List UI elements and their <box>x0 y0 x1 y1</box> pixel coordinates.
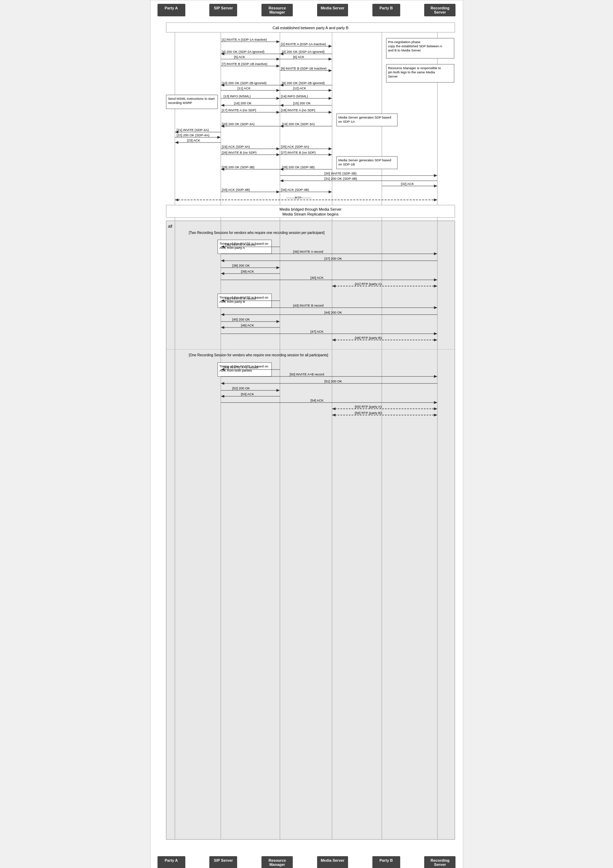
actor-party-b-bottom: Party B <box>372 856 400 868</box>
svg-marker-80 <box>280 179 283 182</box>
actor-media-server-top: Media Server <box>317 4 348 16</box>
svg-marker-84 <box>276 191 280 193</box>
ms-gen-a-note: Media Server generates SDP based <box>338 115 391 119</box>
msg-56: -[56] RTP (party B)- <box>354 411 383 415</box>
diagram-container: Party A SIP Server ResourceManager Media… <box>150 0 463 868</box>
msg-21: [21] INVITE (SDP-3A) <box>177 128 209 132</box>
msg-53: [53] ACK <box>241 392 254 396</box>
msg-6: [6] ACK <box>293 55 304 59</box>
actor-media-server-bottom: Media Server <box>317 856 348 868</box>
svg-marker-28 <box>329 69 332 72</box>
actor-party-a-top: Party A <box>158 4 185 16</box>
msg-11: [11] ACK <box>237 86 251 90</box>
svg-text:Server: Server <box>388 74 398 78</box>
msg-38: [38] 200 OK <box>232 264 250 267</box>
call-established-banner: Call established between party A and par… <box>272 26 348 30</box>
msg-13: [13] INFO (MSML) <box>223 94 251 98</box>
msg-18: [18] INVITE A (no SDP) <box>281 108 315 112</box>
one-session-label: [One Recording Session for vendors who r… <box>189 353 328 357</box>
msg-33: [33] ACK (SDP-4B) <box>222 188 250 192</box>
msg-34: [34] ACK (SDP-4B) <box>281 188 309 192</box>
msg-25: [25] ACK (SDP-4A) <box>281 145 309 149</box>
svg-marker-46 <box>221 104 224 107</box>
msg-35: [35] INVITE A record <box>225 243 256 246</box>
msg-24: [24] ACK (SDP-4A) <box>222 145 250 149</box>
msg-7: [7] INVITE B (SDP-1B inactive) <box>222 62 267 66</box>
svg-marker-78 <box>434 174 438 177</box>
actor-resource-manager-bottom: ResourceManager <box>261 856 293 868</box>
top-actors-row: Party A SIP Server ResourceManager Media… <box>154 4 459 16</box>
svg-marker-60 <box>217 136 221 139</box>
svg-marker-62 <box>175 141 178 144</box>
msg-45: [45] 200 OK <box>232 318 250 321</box>
svg-marker-21 <box>329 58 332 60</box>
svg-text:Media Stream Replication begin: Media Stream Replication begins <box>282 212 339 216</box>
msg-44: [44] 200 OK <box>324 310 342 314</box>
pre-neg-note: Pre-negotiation phase <box>388 40 421 44</box>
msg-17: [17] INVITE A (no SDP) <box>222 108 256 112</box>
msg-14: [14] INFO (MSML) <box>281 94 308 98</box>
actor-party-a-bottom: Party A <box>158 856 185 868</box>
svg-marker-19 <box>276 58 280 60</box>
media-bridged-banner: Media bridged through Media Server <box>279 207 341 211</box>
svg-marker-64 <box>276 147 280 150</box>
svg-marker-50 <box>329 111 332 114</box>
msg-27: [27] INVITE B (no SDP) <box>281 150 316 154</box>
msg-28: [28] 200 OK (SDP-3B) <box>282 165 315 169</box>
msg-55: -[55] RTP (party A)- <box>354 405 382 408</box>
msg-42: [42] INVITE B record <box>225 296 256 300</box>
actor-sip-server-top: SIP Server <box>210 4 237 16</box>
msg-43: [43] INVITE B record <box>293 304 324 307</box>
send-msml-note: Send MSML instructions to start <box>168 97 215 101</box>
msg-1: [1] INVITE A (SDP-1A inactive) <box>222 37 267 41</box>
sequence-diagram-svg: Call established between party A and par… <box>154 19 463 853</box>
svg-text:copy the established SDP betwe: copy the established SDP between A <box>388 44 442 48</box>
msg-3: [3] 200 OK (DSP-2A ignored) <box>282 50 325 54</box>
svg-marker-26 <box>276 65 280 67</box>
msg-10: [10] 200 OK (SDP-2B ignored) <box>222 81 266 85</box>
svg-marker-13 <box>329 45 332 48</box>
svg-marker-36 <box>329 89 332 92</box>
actor-recording-server-bottom: RecordingServer <box>424 856 455 868</box>
msg-36: [36] INVITE A record <box>293 250 323 253</box>
msg-12: [12] ACK <box>293 86 306 90</box>
msg-19: [19] 200 OK (SDP-3A) <box>282 122 315 126</box>
msg-47: [47] ACK <box>310 330 324 333</box>
msg-26: [26] INVITE B (no SDP) <box>222 150 257 154</box>
actor-party-b-top: Party B <box>372 4 400 16</box>
msg-31: [31] 200 OK (SDP-4B) <box>324 177 357 180</box>
alt-label: alt <box>168 224 172 229</box>
msg-29: [29] 200 OK (SDP-3B) <box>222 165 255 169</box>
msg-32: [32] ACK <box>401 182 414 186</box>
msg-51: [51] 200 OK <box>324 379 342 383</box>
svg-text:on SDP-1B: on SDP-1B <box>338 162 355 166</box>
actor-sip-server-bottom: SIP Server <box>210 856 237 868</box>
svg-text:pin both legs to the same Medi: pin both legs to the same Media <box>388 70 435 74</box>
msg-48: -[48] RTP (party B)- <box>354 336 383 339</box>
msg-37: [37] 200 OK <box>324 257 342 260</box>
msg-5: [5] ACK <box>234 55 245 59</box>
svg-marker-68 <box>276 153 280 156</box>
rm-responsible-note: Resource Manager is responsible to <box>388 66 441 70</box>
msg-54: [54] ACK <box>310 398 324 402</box>
msg-20: [20] 200 OK (SDP-3A) <box>222 122 255 126</box>
svg-marker-82 <box>434 184 438 188</box>
msg-39: [39] ACK <box>241 270 254 273</box>
svg-marker-11 <box>276 40 280 43</box>
svg-marker-86 <box>329 191 332 193</box>
svg-text:recording MSRP: recording MSRP <box>168 101 192 105</box>
actor-resource-manager-top: ResourceManager <box>261 4 293 16</box>
svg-marker-42 <box>329 97 332 100</box>
svg-marker-40 <box>276 97 280 100</box>
rtp-main: --------RTP--------- <box>286 196 312 200</box>
svg-marker-70 <box>329 153 332 156</box>
msg-16: [16] 200 OK <box>234 101 252 105</box>
msg-9: [9] 200 OK (SDP-2B ignored) <box>282 81 325 85</box>
ms-gen-b-note: Media Server generates SDP based <box>338 158 391 162</box>
actor-recording-server-top: RecordingServer <box>424 4 455 16</box>
svg-marker-44 <box>280 104 283 107</box>
msg-2: [2] INVITE A (DSP-1A inactive) <box>281 42 326 46</box>
two-sessions-label: [Two Recording Sessions for vendors who … <box>189 231 324 235</box>
svg-marker-48 <box>276 111 280 114</box>
svg-rect-92 <box>166 221 455 840</box>
